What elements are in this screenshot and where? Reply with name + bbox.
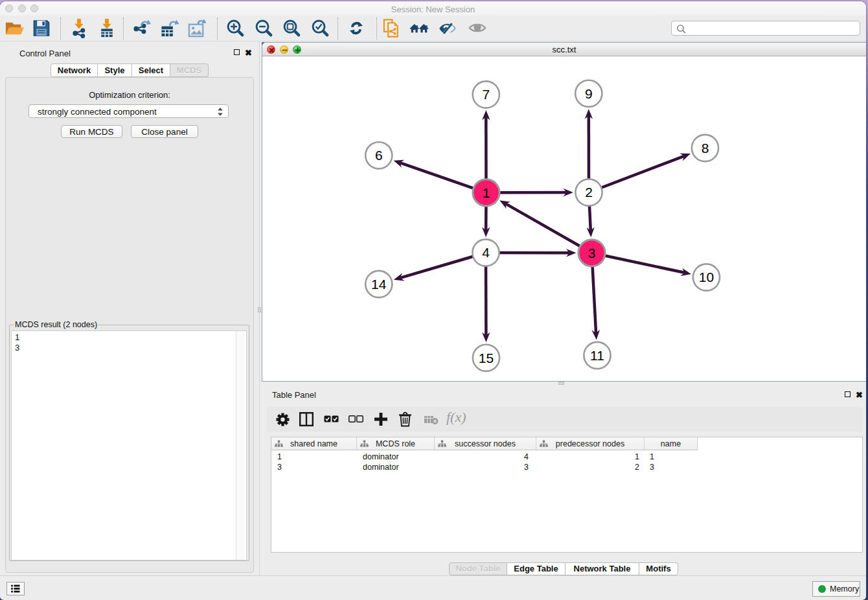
svg-text:7: 7 — [482, 87, 490, 102]
svg-text:3: 3 — [588, 246, 596, 260]
svg-text:8: 8 — [702, 141, 709, 156]
svg-text:11: 11 — [590, 348, 604, 363]
svg-text:2: 2 — [585, 185, 593, 200]
svg-text:9: 9 — [585, 86, 593, 101]
svg-text:14: 14 — [371, 277, 387, 292]
svg-text:4: 4 — [482, 245, 490, 260]
svg-text:15: 15 — [479, 351, 494, 365]
svg-text:1: 1 — [483, 185, 490, 200]
svg-text:6: 6 — [375, 148, 383, 163]
svg-text:10: 10 — [699, 270, 714, 284]
